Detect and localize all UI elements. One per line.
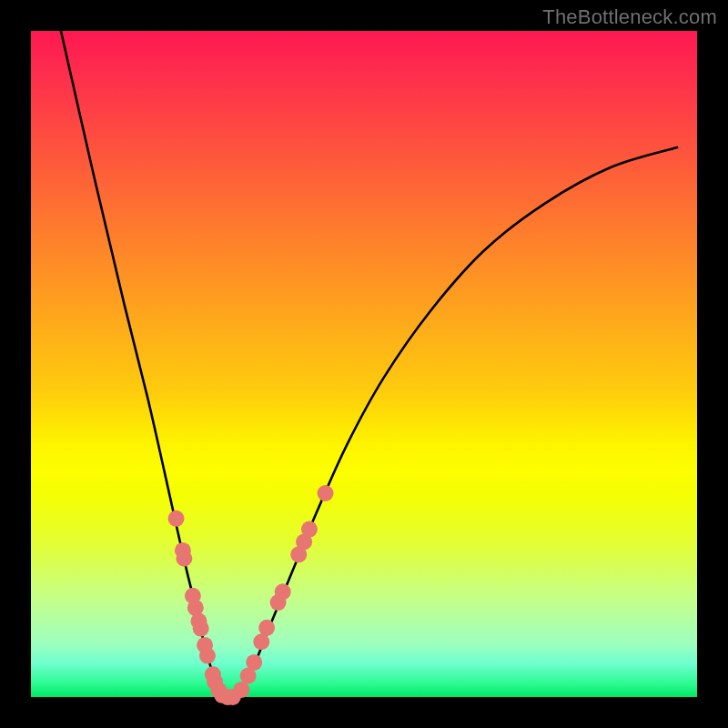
- data-point-marker: [301, 521, 318, 538]
- plot-area: [31, 31, 697, 697]
- data-point-marker: [318, 485, 334, 501]
- data-point-marker: [199, 648, 216, 664]
- chart-frame: TheBottleneck.com: [0, 0, 728, 728]
- data-point-marker: [258, 620, 275, 636]
- data-point-marker: [176, 551, 192, 567]
- data-point-marker: [253, 633, 269, 650]
- watermark-text: TheBottleneck.com: [542, 5, 717, 29]
- bottleneck-curve: [61, 31, 677, 699]
- data-point-marker: [233, 682, 249, 698]
- chart-svg: [31, 31, 697, 697]
- data-point-marker: [168, 511, 185, 527]
- data-point-marker: [193, 621, 209, 637]
- marker-group: [168, 485, 334, 705]
- data-point-marker: [246, 654, 262, 671]
- data-point-marker: [275, 583, 291, 600]
